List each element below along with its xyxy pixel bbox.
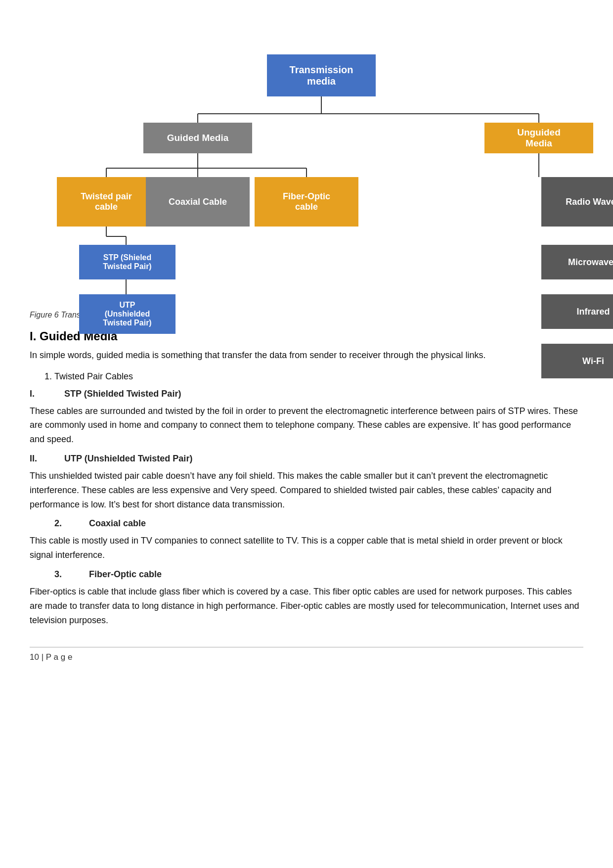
coaxial-cable-node: Coaxial Cable: [146, 177, 250, 227]
infrared-node: Infrared: [541, 294, 613, 329]
stp-roman: I.: [30, 389, 49, 399]
coaxial-num: 2.: [54, 518, 74, 529]
unguided-media-node: Unguided Media: [484, 123, 593, 153]
fiber-subheading: 3. Fiber-Optic cable: [54, 569, 583, 580]
fiber-num: 3.: [54, 569, 74, 580]
stp-label: STP (Shielded Twisted Pair): [64, 389, 181, 399]
wifi-node: Wi-Fi: [541, 344, 613, 378]
fiber-text: Fiber-optics is cable that include glass…: [30, 585, 583, 627]
diagram: Transmission media Guided Media Unguided…: [30, 15, 583, 302]
stp-subheading: I. STP (Shielded Twisted Pair): [30, 389, 583, 399]
fiber-optic-node: Fiber-Optic cable: [255, 177, 358, 227]
list-item-1: Twisted Pair Cables: [54, 369, 583, 384]
utp-node: UTP (Unshielded Twisted Pair): [79, 294, 175, 334]
utp-roman: II.: [30, 454, 49, 464]
utp-label: UTP (Unshielded Twisted Pair): [64, 454, 192, 464]
numbered-list: Twisted Pair Cables: [54, 369, 583, 384]
twisted-pair-node: Twisted pair cable: [57, 177, 156, 227]
coaxial-text: This cable is mostly used in TV companie…: [30, 534, 583, 562]
section1-intro: In simple words, guided media is somethi…: [30, 348, 583, 363]
guided-media-node: Guided Media: [143, 123, 252, 153]
coaxial-label: Coaxial cable: [89, 518, 146, 529]
coaxial-subheading: 2. Coaxial cable: [54, 518, 583, 529]
page-number: 10 | P a g e: [30, 652, 72, 662]
utp-subheading: II. UTP (Unshielded Twisted Pair): [30, 454, 583, 464]
fiber-label: Fiber-Optic cable: [89, 569, 162, 580]
page-footer: 10 | P a g e: [30, 647, 583, 662]
radio-waves-node: Radio Waves: [541, 177, 613, 227]
transmission-media-node: Transmission media: [267, 54, 376, 96]
content-area: Figure 6 Transmission Media Table I. Gui…: [30, 311, 583, 627]
stp-node: STP (Shieled Twisted Pair): [79, 245, 175, 279]
microwaves-node: Microwaves: [541, 245, 613, 279]
utp-text: This unshielded twisted pair cable doesn…: [30, 469, 583, 511]
stp-text: These cables are surrounded and twisted …: [30, 404, 583, 447]
